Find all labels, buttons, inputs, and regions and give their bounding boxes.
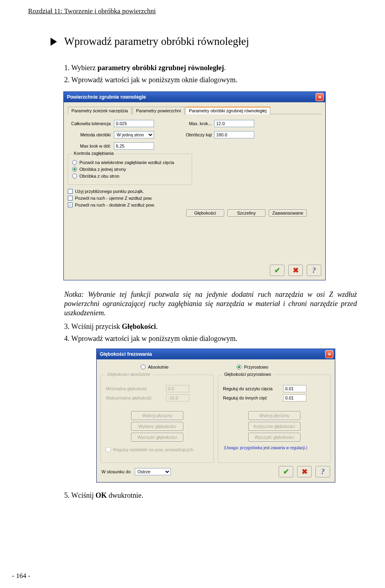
- chapter-header: Rozdział 11: Tworzenie i obróbka powierz…: [28, 7, 357, 15]
- dialog2-titlebar[interactable]: Głębokości frezowania ✕: [97, 349, 335, 359]
- step-5-prefix: 5. Wciśnij: [64, 491, 95, 499]
- check-adjust-stock: [106, 447, 111, 452]
- step-5-bold: OK: [95, 491, 107, 499]
- check-neg-z-label: Pozwól na ruch - ujemne Z wzdłuż pow.: [75, 196, 152, 201]
- step-1-prefix: 1. Wybierz: [64, 64, 97, 72]
- radio-both-sides-label: Obróbka z obu stron: [79, 174, 120, 178]
- button-detect-shallows-right: Wykryj płycizny: [248, 411, 300, 420]
- button-gaps[interactable]: Szczeliny: [227, 209, 265, 217]
- group-absolute-depths: Głębokości absolutnie Minimalna głębokoś…: [101, 375, 214, 463]
- label-angle: Obróbczy kąt: [182, 132, 214, 137]
- fieldset-plunge-control: Kontrola zagłębiania Pozwól na wielokrot…: [68, 154, 192, 185]
- help-button[interactable]: ?: [316, 466, 330, 477]
- tab-tool-paths[interactable]: Parametry ścieżek narzędzia: [68, 107, 132, 114]
- select-method[interactable]: W jedną stron: [114, 131, 154, 138]
- check-approx-start[interactable]: [68, 189, 73, 194]
- step-1-suffix: .: [224, 64, 226, 72]
- label-method: Metoda obróbki: [68, 132, 114, 137]
- step-3: 3. Wciśnij przycisk Głębokości.: [64, 322, 357, 331]
- note-text: Notka: Wybranie tej funkcji pozwala się …: [64, 290, 357, 318]
- x-icon: ✖: [293, 266, 299, 275]
- input-min-depth: [166, 385, 189, 392]
- label-max-depth: Maksymalna głębokość: [106, 395, 166, 400]
- dialog-milling-depths: Głębokości frezowania ✕ Absolutnie Przyr…: [96, 349, 335, 483]
- label-total-tolerance: Całkowita tolerancja: [68, 121, 114, 126]
- label-max-step-down: Max krok w dół:: [68, 144, 114, 148]
- fieldset-legend-plunge: Kontrola zagłębiania: [72, 151, 116, 156]
- input-max-depth: [166, 394, 189, 401]
- check-icon: ✔: [283, 467, 289, 476]
- radio-incremental[interactable]: [237, 365, 241, 369]
- legend-incremental: Głębokości przyrostowo: [222, 372, 273, 377]
- check-pos-z-label: Pozwól na ruch - dodatnie Z wzdłuż pow.: [75, 203, 155, 207]
- radio-multi-plunge[interactable]: [72, 160, 77, 165]
- check-neg-z[interactable]: [68, 196, 73, 201]
- tab-rough-parallel[interactable]: Parametry obróbki zgrubnej równoległej: [185, 107, 270, 114]
- radio-incremental-label: Przyrostowo: [244, 365, 268, 369]
- help-button[interactable]: ?: [307, 265, 321, 276]
- step-2: 2. Wprowadź wartości jak w poniższym okn…: [64, 76, 357, 84]
- button-detect-shallows-left: Wykryj płycizny: [131, 411, 183, 420]
- input-angle[interactable]: [214, 131, 254, 138]
- label-min-depth: Minimalna głębokość: [106, 386, 166, 391]
- check-icon: ✔: [274, 266, 280, 275]
- input-max-step-down[interactable]: [114, 142, 154, 150]
- input-max-step[interactable]: [214, 120, 254, 127]
- label-adjust-top: Reguluj do szczytu cięcia: [223, 386, 283, 391]
- help-icon: ?: [321, 468, 325, 476]
- section-marker-icon: [51, 38, 57, 46]
- legend-absolute: Głębokości absolutnie: [105, 372, 152, 377]
- check-adjust-stock-label: Reguluj naddatek na pow. prowadzących: [113, 447, 193, 452]
- radio-multi-plunge-label: Pozwól na wielokrotne zagłębianie wzdłuż…: [79, 160, 174, 165]
- dialog1-tabs: Parametry ścieżek narzędzia Parametry po…: [68, 106, 321, 114]
- step-5-suffix: dwukrotnie.: [107, 491, 143, 499]
- button-depths[interactable]: Głębokości: [186, 209, 224, 217]
- step-3-suffix: .: [156, 322, 158, 330]
- label-max-step: Max. krok...: [182, 121, 214, 126]
- check-pos-z[interactable]: ✓: [68, 203, 73, 207]
- input-adjust-other[interactable]: [283, 394, 306, 401]
- step-3-prefix: 3. Wciśnij przycisk: [64, 322, 122, 330]
- note-stock-included: (Uwaga: przygotówka jest zawarta w regul…: [224, 446, 326, 450]
- button-clear-depths-left: Wyczyść głębokości: [131, 433, 183, 442]
- radio-one-side[interactable]: [72, 167, 77, 172]
- step-5: 5. Wciśnij OK dwukrotnie.: [64, 491, 357, 500]
- section-title: Wprowadź parametry obróbki równoległej: [64, 35, 249, 48]
- select-relative-to[interactable]: Ostrze: [135, 468, 171, 475]
- step-1: 1. Wybierz parametry obróbki zgrubnej ró…: [64, 64, 357, 72]
- dialog2-title-text: Głębokości frezowania: [100, 351, 152, 357]
- button-critical-depths: Krytyczne głębokości: [248, 422, 300, 431]
- dialog-surfaces-parallel: Powierzchnie zgrubnie rownolegle ✕ Param…: [63, 91, 326, 280]
- step-1-bold: parametry obróbki zgrubnej równoległej: [97, 64, 224, 72]
- step-3-bold: Głębokości: [122, 322, 156, 330]
- label-adjust-other: Reguluj do innych cięć: [223, 395, 283, 400]
- page-number: - 164 -: [12, 572, 30, 580]
- button-select-depths: Wybierz głębokości: [131, 422, 183, 431]
- check-approx-start-label: Użyj przybliżonego punktu począlk.: [75, 189, 144, 194]
- dialog1-title-text: Powierzchnie zgrubnie rownolegle: [67, 94, 146, 100]
- close-icon[interactable]: ✕: [316, 93, 324, 101]
- group-incremental-depths: Głębokości przyrostowo Reguluj do szczyt…: [218, 375, 331, 463]
- help-icon: ?: [312, 266, 316, 275]
- ok-button[interactable]: ✔: [279, 466, 293, 477]
- tab-surface-params[interactable]: Parametry powierzchni: [132, 107, 184, 114]
- button-clear-depths-right: Wyczyść głębokości: [248, 433, 300, 442]
- close-icon[interactable]: ✕: [325, 350, 333, 358]
- radio-absolute[interactable]: [141, 365, 146, 369]
- radio-absolute-label: Absolutnie: [148, 365, 168, 369]
- ok-button[interactable]: ✔: [270, 265, 284, 276]
- x-icon: ✖: [302, 467, 308, 476]
- cancel-button[interactable]: ✖: [297, 466, 312, 477]
- step-4: 4. Wprowadź wartości jak w poniższym okn…: [64, 335, 357, 343]
- label-relative-to: W stosunku do: [101, 469, 131, 474]
- input-total-tolerance[interactable]: [114, 120, 154, 127]
- radio-one-side-label: Obróbka z jednej strony: [79, 167, 126, 172]
- dialog1-titlebar[interactable]: Powierzchnie zgrubnie rownolegle ✕: [64, 92, 325, 102]
- cancel-button[interactable]: ✖: [288, 265, 303, 276]
- radio-both-sides[interactable]: [72, 174, 77, 178]
- input-adjust-top[interactable]: [283, 385, 306, 392]
- button-advanced[interactable]: Zaawansowane: [269, 209, 307, 217]
